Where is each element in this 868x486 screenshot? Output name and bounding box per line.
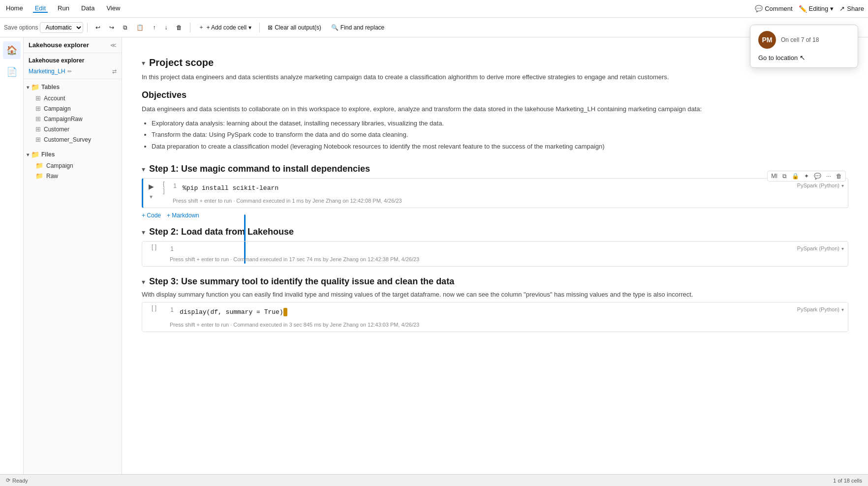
- tables-section-header[interactable]: ▾ 📁 Tables: [24, 81, 122, 93]
- nav-menu: Home Edit Run Data View: [4, 4, 122, 13]
- sidebar-header: Lakehouse explorer ≪: [24, 37, 122, 53]
- find-replace-button[interactable]: 🔍 Find and replace: [327, 22, 388, 33]
- copy-button[interactable]: ⧉: [119, 22, 131, 33]
- step3-cell-content: 1 display(df, summary = True) Press shif…: [166, 303, 793, 332]
- step3-lang: PySpark (Python): [797, 306, 839, 312]
- file-sidebar-icon[interactable]: 📄: [3, 63, 21, 81]
- step1-lang: PySpark (Python): [797, 182, 839, 188]
- add-code-button-1[interactable]: + Code: [142, 212, 161, 219]
- save-options-group: Save options Automatic: [4, 22, 83, 33]
- step1-chevron-icon[interactable]: ▾: [142, 165, 145, 173]
- add-code-chevron-icon: ▾: [248, 24, 251, 31]
- paste-button[interactable]: 📋: [132, 22, 148, 33]
- cell-controls-step1: ▶ ▾: [143, 179, 159, 200]
- project-scope-title: Project scope: [149, 57, 214, 68]
- sidebar-item-customer-survey[interactable]: ⊞ Customer_Survey: [24, 134, 122, 145]
- move-up-button[interactable]: ↑: [149, 22, 159, 33]
- objective-item-1: Exploratory data analysis: learning abou…: [152, 118, 848, 129]
- step1-cell[interactable]: Ml ⧉ 🔒 ✦ 💬 ··· 🗑 ▶ ▾ [ ]: [142, 178, 848, 208]
- cell-star-icon[interactable]: ✦: [803, 172, 810, 180]
- step2-lang: PySpark (Python): [797, 245, 839, 251]
- step3-cell-inner: [ ] 1 display(df, summary = True) Press …: [142, 303, 848, 332]
- step3-status: Press shift + enter to run · Command exe…: [166, 320, 793, 332]
- comment-button[interactable]: 💬 Comment: [755, 5, 792, 12]
- run-button-step1[interactable]: ▶: [145, 181, 157, 192]
- nav-view[interactable]: View: [104, 4, 122, 13]
- toolbar-separator-2: [190, 23, 190, 32]
- undo-button[interactable]: ↩: [92, 22, 104, 33]
- objective-item-3: Data preparation to create a classificat…: [152, 141, 848, 152]
- cell-lock-icon[interactable]: 🔒: [790, 172, 801, 180]
- files-section-header[interactable]: ▾ 📁 Files: [24, 149, 122, 160]
- tables-chevron-icon: ▾: [27, 85, 29, 90]
- sidebar-item-campaign[interactable]: ⊞ Campaign: [24, 103, 122, 114]
- step2-cell[interactable]: [ ] 1 Press shift + enter to run · Comma…: [142, 241, 848, 267]
- cell-more-icon[interactable]: ···: [825, 172, 833, 180]
- clear-icon: ⊠: [268, 24, 273, 31]
- sidebar-item-account[interactable]: ⊞ Account: [24, 93, 122, 103]
- sidebar-item-files-raw[interactable]: 📁 Raw: [24, 171, 122, 181]
- nav-home[interactable]: Home: [4, 4, 25, 13]
- table-icon-campaignraw: ⊞: [35, 115, 41, 122]
- lh-name-label: Marketing_LH: [29, 68, 65, 75]
- nav-run[interactable]: Run: [56, 4, 71, 13]
- search-icon: 🔍: [331, 24, 339, 31]
- step3-lang-chevron-icon[interactable]: ▾: [841, 307, 844, 312]
- lh-edit-icon[interactable]: ✏: [67, 68, 72, 75]
- lh-swap-icon[interactable]: ⇄: [112, 68, 117, 75]
- step2-chevron-icon[interactable]: ▾: [142, 228, 145, 236]
- share-button[interactable]: ↗ Share: [839, 5, 864, 12]
- topbar-right: 💬 Comment ✏️ Editing ▾ ↗ Share: [755, 5, 864, 13]
- editing-badge[interactable]: ✏️ Editing ▾: [799, 5, 834, 13]
- step3-lang-group: PySpark (Python) ▾: [793, 303, 848, 316]
- left-icon-sidebar: 🏠 📄: [0, 37, 24, 474]
- cell-split-icon[interactable]: ⧉: [781, 172, 788, 180]
- nav-edit[interactable]: Edit: [33, 4, 48, 13]
- project-scope-section: ▾ Project scope: [142, 57, 848, 68]
- folder-icon-campaign: 📁: [35, 162, 43, 169]
- step2-lang-chevron-icon[interactable]: ▾: [841, 246, 844, 251]
- add-code-cell-button[interactable]: ＋ + Add code cell ▾: [194, 21, 255, 33]
- lh-name-row[interactable]: Marketing_LH ✏ ⇄: [24, 66, 122, 79]
- popup-cell-info: On cell 7 of 18: [781, 37, 819, 43]
- sidebar-item-customer[interactable]: ⊞ Customer: [24, 124, 122, 134]
- step3-cell[interactable]: [ ] 1 display(df, summary = True) Press …: [142, 302, 848, 332]
- save-mode-select[interactable]: Automatic: [40, 22, 83, 33]
- step1-lang-chevron-icon[interactable]: ▾: [841, 183, 844, 188]
- table-icon-customer-survey: ⊞: [35, 136, 41, 143]
- cell-markdown-icon[interactable]: Ml: [770, 172, 779, 180]
- cell-count: 1 of 18 cells: [833, 478, 862, 484]
- clear-outputs-button[interactable]: ⊠ Clear all output(s): [264, 22, 325, 33]
- cell-comment-icon[interactable]: 💬: [812, 172, 823, 180]
- nav-data[interactable]: Data: [79, 4, 96, 13]
- chevron-down-icon: ▾: [830, 5, 834, 12]
- sidebar-item-campaignraw[interactable]: ⊞ CampaignRaw: [24, 114, 122, 124]
- statusbar: ⟳ Ready 1 of 18 cells: [0, 474, 868, 486]
- step2-title: Step 2: Load data from Lakehouse: [149, 227, 294, 237]
- tables-label: Tables: [41, 84, 60, 91]
- step3-code[interactable]: display(df, summary = True): [180, 306, 287, 318]
- move-down-button[interactable]: ↓: [160, 22, 171, 33]
- project-desc: In this project data engineers and data …: [142, 72, 848, 82]
- project-scope-chevron-icon[interactable]: ▾: [142, 59, 145, 67]
- collapse-sidebar-button[interactable]: ≪: [110, 42, 117, 49]
- delete-button[interactable]: 🗑: [172, 22, 186, 33]
- step3-chevron-icon[interactable]: ▾: [142, 278, 145, 286]
- collapse-cell-step1[interactable]: ▾: [150, 193, 153, 200]
- objectives-title: Objectives: [142, 90, 848, 100]
- home-sidebar-icon[interactable]: 🏠: [3, 41, 21, 59]
- cell-bracket-step1: [ ]: [159, 179, 169, 194]
- status-label: Ready: [12, 478, 28, 484]
- redo-button[interactable]: ↪: [105, 22, 118, 33]
- cell-delete-icon[interactable]: 🗑: [835, 172, 843, 180]
- step1-code[interactable]: %pip install scikit-learn: [183, 182, 279, 194]
- step2-lang-group: PySpark (Python) ▾: [793, 242, 848, 255]
- sidebar-item-files-campaign[interactable]: 📁 Campaign: [24, 160, 122, 171]
- add-markdown-button-1[interactable]: + Markdown: [167, 212, 199, 219]
- pencil-icon: ✏️: [799, 5, 807, 13]
- goto-location-button[interactable]: Go to location ↖: [758, 54, 850, 61]
- share-icon: ↗: [839, 5, 845, 12]
- cell-bracket-step3: [ ]: [142, 303, 166, 311]
- tables-section: ▾ 📁 Tables ⊞ Account ⊞ Campaign ⊞ Campai…: [24, 79, 122, 147]
- toolbar-separator-3: [259, 23, 260, 32]
